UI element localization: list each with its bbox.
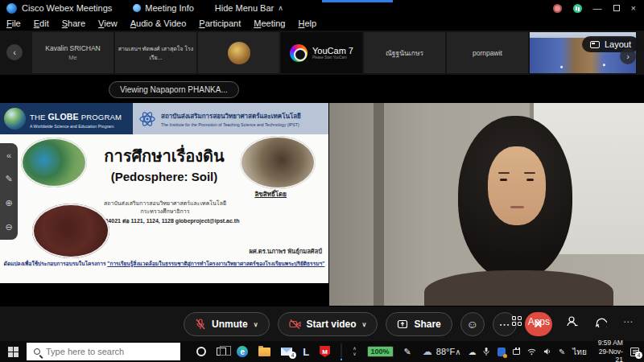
usb-device-icon[interactable]	[513, 349, 520, 355]
windows-logo-icon	[8, 347, 19, 357]
title-bar: Cisco Webex Meetings Meeting Info Hide M…	[0, 0, 644, 16]
speaker-face	[488, 146, 546, 225]
cortana-icon[interactable]	[196, 347, 206, 356]
doorframe	[374, 103, 384, 306]
start-button[interactable]	[0, 347, 27, 357]
app-title: Cisco Webex Meetings	[22, 3, 112, 13]
notification-center-icon[interactable]: 4	[630, 348, 639, 356]
cloud-icon: ☁	[423, 346, 432, 357]
task-view-icon[interactable]	[217, 348, 226, 356]
language-indicator[interactable]: ไทย	[572, 346, 586, 358]
chevron-down-icon[interactable]: ∨	[362, 321, 367, 328]
windows-taskbar: e 4 L M ∧∨ 100% ✎ ☁ 88°F ∧ ☁	[0, 341, 644, 362]
layout-grid-icon	[590, 41, 600, 48]
youcam-logo-icon	[290, 44, 308, 62]
annotate-pen-icon[interactable]: ✎	[5, 174, 12, 184]
clock-date: 29-Nov-21	[594, 348, 623, 362]
share-indicator-bar	[322, 0, 393, 2]
connection-quality-icon[interactable]	[573, 4, 582, 13]
battery-indicator[interactable]: 100%	[367, 346, 394, 357]
scroll-arrows-icon[interactable]: ∧∨	[353, 346, 356, 356]
menu-file[interactable]: File	[6, 19, 21, 28]
wifi-icon[interactable]	[527, 348, 536, 356]
file-explorer-icon[interactable]	[258, 348, 270, 356]
meeting-info-button[interactable]: Meeting Info	[133, 3, 194, 13]
participant-thumb-natthanan[interactable]: ณัฐฐนันเกษร	[364, 32, 445, 73]
clock-time: 9:59 AM	[594, 339, 623, 348]
webex-logo-icon	[6, 3, 17, 14]
menu-edit[interactable]: Edit	[34, 19, 49, 28]
filmstrip-prev-button[interactable]: ‹	[6, 44, 23, 60]
meeting-app-tray-icon[interactable]	[497, 348, 506, 356]
meeting-control-bar: Unmute ∨ Start video ∨ Share	[0, 306, 644, 341]
ipst-atom-icon	[138, 110, 156, 128]
taskbar-search[interactable]	[27, 343, 180, 360]
menu-share[interactable]: Share	[62, 19, 85, 28]
camera-off-icon	[289, 319, 301, 330]
hide-menu-bar-button[interactable]: Hide Menu Bar ∧	[215, 3, 283, 13]
stylus-icon[interactable]: ✎	[404, 347, 411, 357]
participant-thumb-kavalin[interactable]: Kavalin SRICHAN Me	[32, 32, 114, 73]
line-app-icon[interactable]: L	[303, 346, 309, 358]
more-panels-icon[interactable]: ⋯	[623, 316, 633, 327]
chevron-up-icon: ∧	[278, 4, 283, 12]
unmute-button[interactable]: Unmute ∨	[184, 312, 270, 336]
start-video-button[interactable]: Start video ∨	[278, 312, 378, 336]
chat-panel-icon[interactable]	[595, 315, 607, 327]
webex-taskbar-icon[interactable]	[341, 343, 342, 360]
system-tray: ∧ ☁ ✎ ไทย 9:59 AM 29-Nov-21	[455, 339, 644, 362]
menu-audio-video[interactable]: Audio & Video	[130, 19, 187, 28]
webex-app-icon	[341, 343, 342, 358]
author-name: ผศ.ดร.นภาพร พันธุ์กมลศิลป์	[250, 246, 322, 256]
slide-footer-note: ดัดแปลงเพื่อใช้ประกอบการอบรมในโครงการ "ก…	[3, 259, 325, 268]
chevron-right-icon: ›	[626, 51, 630, 61]
filmstrip-next-button[interactable]: ›	[620, 48, 636, 64]
reactions-button[interactable]: ☺	[460, 312, 485, 336]
collapse-toolbar-icon[interactable]: «	[6, 150, 11, 160]
record-indicator-icon[interactable]	[553, 4, 562, 13]
annotation-toolbar: « ✎ ⊕ ⊖	[0, 143, 18, 240]
apps-button[interactable]: Apps	[512, 316, 550, 327]
mcafee-icon[interactable]: M	[320, 346, 330, 357]
minimize-button[interactable]: —	[593, 4, 602, 13]
menu-meeting[interactable]: Meeting	[254, 19, 285, 28]
avatar	[228, 42, 250, 64]
chevron-down-icon[interactable]: ∨	[254, 321, 258, 328]
participant-thumb-avatar[interactable]	[198, 32, 279, 73]
menu-view[interactable]: View	[98, 19, 118, 28]
mic-muted-icon	[195, 319, 206, 330]
smiley-icon: ☺	[467, 318, 478, 331]
edge-browser-icon[interactable]: e	[237, 346, 248, 357]
search-input[interactable]	[46, 347, 167, 356]
menu-bar: File Edit Share View Audio & Video Parti…	[0, 16, 644, 31]
chevron-left-icon: ‹	[13, 47, 16, 57]
onedrive-cloud-icon[interactable]: ☁	[468, 348, 476, 356]
participant-thumb-samsen[interactable]: สามเสนฯ ทัดพงศ์ เสาสุดใจ โรงเรีย...	[115, 32, 196, 73]
mail-app-icon[interactable]: 4	[281, 348, 292, 356]
participant-thumb-pornpawit[interactable]: pornpawit	[447, 32, 528, 73]
slide-title-thai: การศึกษาเรื่องดิน	[80, 143, 248, 169]
ipst-banner: สถาบันส่งเสริมการสอนวิทยาศาสตร์และเทคโนโ…	[133, 103, 328, 134]
pen-tray-icon[interactable]: ✎	[559, 348, 565, 356]
taskbar-clock[interactable]: 9:59 AM 29-Nov-21	[594, 339, 623, 362]
zoom-out-icon[interactable]: ⊖	[5, 222, 12, 232]
hands-soil-photo	[240, 136, 316, 189]
menu-participant[interactable]: Participant	[199, 19, 241, 28]
maximize-button[interactable]	[613, 5, 620, 11]
share-button[interactable]: Share	[386, 312, 452, 336]
hidden-icons-chevron[interactable]: ∧	[455, 348, 460, 356]
volume-icon[interactable]	[543, 348, 551, 356]
microphone-tray-icon[interactable]	[483, 347, 489, 356]
globe-program-banner: THE GLOBE PROGRAM A Worldwide Science an…	[0, 103, 133, 134]
apps-grid-icon	[512, 316, 522, 327]
weather-widget[interactable]: ☁ 88°F	[423, 346, 455, 357]
close-button[interactable]: ×	[631, 4, 636, 13]
viewing-status-toast: Viewing Napaporn PHANKA...	[109, 81, 239, 98]
more-icon: ⋯	[499, 318, 510, 331]
menu-help[interactable]: Help	[298, 19, 316, 28]
zoom-in-icon[interactable]: ⊕	[5, 198, 12, 208]
participant-thumb-youcam[interactable]: YouCam 7 Please Start YouCam	[281, 32, 362, 73]
participants-panel-icon[interactable]	[566, 315, 579, 327]
copyright-label: ลิขสิทธิ์โดย	[254, 189, 287, 200]
active-speaker-video[interactable]	[329, 103, 644, 306]
